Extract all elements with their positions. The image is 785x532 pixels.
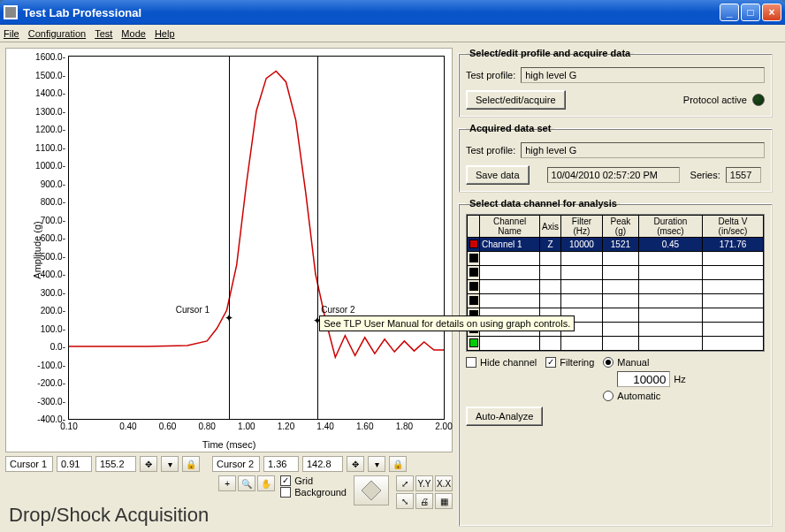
grid-checkbox[interactable]: ✓ Grid xyxy=(280,475,347,486)
table-header: Duration (msec) xyxy=(638,216,702,238)
xtick: 0.10 xyxy=(60,419,77,431)
series-label: Series: xyxy=(690,170,720,180)
minimize-button[interactable]: _ xyxy=(720,4,739,21)
cursor-line-2[interactable] xyxy=(317,57,318,419)
chart-plot-area[interactable]: -400.0--300.0--200.0--100.0-0.0-100.0-20… xyxy=(68,56,445,420)
xtick: 1.40 xyxy=(316,419,333,431)
analysis-panel-legend: Select data channel for analysis xyxy=(466,198,621,209)
xtick: 1.60 xyxy=(356,419,373,431)
cursor2-label: Cursor 2 xyxy=(212,456,260,472)
ytick: 600.0- xyxy=(41,233,69,243)
table-row[interactable] xyxy=(468,252,764,266)
xtick: 1.00 xyxy=(238,419,255,431)
manual-radio[interactable]: Manual xyxy=(603,357,685,368)
protocol-led-icon xyxy=(752,94,765,106)
xtick: 1.20 xyxy=(278,419,294,431)
menu-configuration[interactable]: Configuration xyxy=(28,28,86,39)
ytick: -200.0- xyxy=(37,378,69,388)
acquired-panel-legend: Acquired data set xyxy=(466,123,554,133)
zoom-tool-icon[interactable]: 🔍 xyxy=(238,475,255,491)
filtering-checkbox[interactable]: ✓ Filtering xyxy=(545,357,594,368)
print-icon[interactable]: 🖨 xyxy=(415,493,433,509)
axis-x-format-icon[interactable]: X.X xyxy=(435,475,453,491)
menu-mode[interactable]: Mode xyxy=(121,28,146,39)
acquired-profile-label: Test profile: xyxy=(466,145,515,156)
hide-channel-checkbox[interactable]: Hide channel xyxy=(466,357,537,368)
xtick: 0.80 xyxy=(198,419,215,431)
save-data-button[interactable]: Save data xyxy=(466,165,530,185)
autoscale-x-icon[interactable]: ⤡ xyxy=(396,493,414,509)
ytick: 1600.0- xyxy=(35,52,69,62)
maximize-button[interactable]: □ xyxy=(741,4,760,21)
auto-analyze-button[interactable]: Auto-Analyze xyxy=(466,407,543,426)
chart-tooltip: See TLP User Manual for details on using… xyxy=(319,315,575,331)
svg-rect-0 xyxy=(5,7,16,18)
filter-hz-input[interactable] xyxy=(617,371,670,387)
background-label: Background xyxy=(294,487,347,498)
ytick: 700.0- xyxy=(41,215,69,224)
acquired-panel: Acquired data set Test profile: high lev… xyxy=(458,123,773,193)
chart-xlabel: Time (msec) xyxy=(6,439,452,450)
manual-label: Manual xyxy=(617,357,649,368)
axis-y-format-icon[interactable]: Y.Y xyxy=(415,475,433,491)
grid-label: Grid xyxy=(294,475,313,486)
svg-marker-1 xyxy=(362,481,381,500)
table-row[interactable] xyxy=(468,294,764,308)
cursor2-y: 142.8 xyxy=(302,456,343,472)
ytick: 300.0- xyxy=(41,287,69,297)
ytick: 1100.0- xyxy=(35,142,69,152)
cursor-label-1: Cursor 1 xyxy=(176,305,210,315)
ytick: -300.0- xyxy=(37,396,69,406)
xtick: 1.80 xyxy=(396,419,413,431)
automatic-label: Automatic xyxy=(617,391,660,401)
ytick: 100.0- xyxy=(41,323,69,333)
table-header: Axis xyxy=(540,216,561,238)
cursor2-lock-icon[interactable]: 🔒 xyxy=(389,456,407,472)
chart[interactable]: Amplitude (g) Time (msec) -400.0--300.0-… xyxy=(5,48,453,452)
ytick: 1200.0- xyxy=(35,125,69,134)
menu-test[interactable]: Test xyxy=(95,28,112,39)
table-row[interactable] xyxy=(468,280,764,294)
diamond-button[interactable] xyxy=(354,475,389,505)
select-edit-acquire-button[interactable]: Select/edit/acquire xyxy=(466,90,566,110)
profile-panel-legend: Select/edit profile and acquire data xyxy=(466,48,634,58)
xtick: 2.00 xyxy=(435,419,452,431)
crosshair-tool-icon[interactable]: + xyxy=(218,475,236,491)
menu-help[interactable]: Help xyxy=(155,28,175,39)
analysis-panel: Select data channel for analysis Channel… xyxy=(458,198,773,527)
cursor-marker-1[interactable]: ✦ xyxy=(225,312,233,324)
table-header: Delta V (in/sec) xyxy=(702,216,763,238)
ytick: 0.0- xyxy=(50,342,69,352)
filtering-label: Filtering xyxy=(560,357,594,368)
cursor1-snap-icon[interactable]: ▾ xyxy=(161,456,179,472)
cursor1-label: Cursor 1 xyxy=(5,456,53,472)
table-row[interactable] xyxy=(468,266,764,280)
table-header: Peak (g) xyxy=(602,216,638,238)
ytick: -100.0- xyxy=(37,360,69,369)
ytick: 1300.0- xyxy=(35,106,69,116)
pan-tool-icon[interactable]: ✋ xyxy=(257,475,275,491)
ytick: 1500.0- xyxy=(35,70,69,80)
cursor-label-2: Cursor 2 xyxy=(321,305,354,315)
cursor1-y: 155.2 xyxy=(95,456,136,472)
table-header: Filter (Hz) xyxy=(561,216,603,238)
profile-value: high level G xyxy=(521,67,765,83)
cursor2-move-icon[interactable]: ✥ xyxy=(347,456,364,472)
cursor-line-1[interactable] xyxy=(229,57,230,419)
cursor2-snap-icon[interactable]: ▾ xyxy=(368,456,385,472)
cursor1-lock-icon[interactable]: 🔒 xyxy=(182,456,200,472)
menubar: File Configuration Test Mode Help xyxy=(0,25,785,42)
table-header: Channel Name xyxy=(480,216,540,238)
ytick: 500.0- xyxy=(41,251,69,261)
protocol-active-label: Protocol active xyxy=(683,95,747,105)
autoscale-y-icon[interactable]: ⤢ xyxy=(396,475,414,491)
automatic-radio[interactable]: Automatic xyxy=(603,391,685,401)
background-checkbox[interactable]: Background xyxy=(280,487,347,498)
menu-file[interactable]: File xyxy=(4,28,19,39)
table-row[interactable] xyxy=(468,337,764,351)
grid-config-icon[interactable]: ▦ xyxy=(435,493,453,509)
close-button[interactable]: × xyxy=(762,4,781,21)
acquired-profile-value: high level G xyxy=(521,142,765,158)
cursor1-move-icon[interactable]: ✥ xyxy=(140,456,157,472)
table-row[interactable]: Channel 1Z1000015210.45171.76 xyxy=(468,238,764,252)
